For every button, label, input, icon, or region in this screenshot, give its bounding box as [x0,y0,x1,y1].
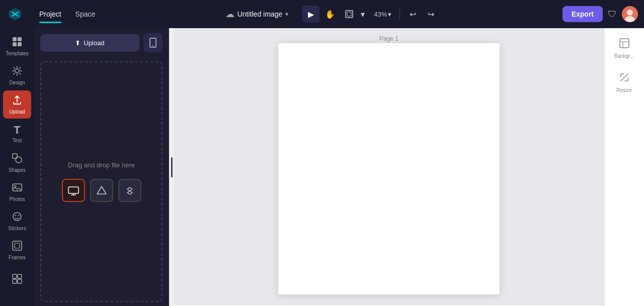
svg-point-15 [15,215,16,216]
mobile-icon-button[interactable] [143,33,163,52]
file-name-area[interactable]: ☁ Untitled image ▾ [225,9,289,20]
svg-point-3 [627,10,633,16]
svg-rect-17 [13,241,22,250]
more-icon [12,273,23,286]
design-label: Design [9,80,25,85]
cloud-icon: ☁ [225,9,234,20]
background-icon [619,38,630,51]
svg-point-9 [15,69,19,73]
shield-icon[interactable]: 🛡 [608,9,617,20]
sidebar-item-text[interactable]: T Text [3,120,31,148]
sidebar-item-shapes[interactable]: Shapes [3,149,31,177]
app-logo[interactable] [6,5,24,23]
export-button[interactable]: Export [562,6,603,22]
toolbar-divider [399,8,400,20]
upload-main-button[interactable]: ⬆ Upload [40,34,139,52]
sidebar-item-upload[interactable]: Upload [3,90,31,119]
zoom-dropdown-icon: ▾ [388,11,391,18]
upload-label: Upload [9,109,25,115]
upload-btn-icon: ⬆ [75,39,80,47]
page-label: Page 1 [379,35,398,42]
design-icon [12,65,23,78]
toolbar-tools: ▶ ✋ ▾ 43% ▾ ↩ ↪ [302,6,439,23]
select-tool-button[interactable]: ▶ [302,6,319,23]
svg-rect-7 [13,42,17,46]
top-nav: Project Space [32,6,102,22]
nav-project[interactable]: Project [32,6,68,22]
topbar-right: Export 🛡 [562,6,638,22]
file-title: Untitled image [237,10,283,18]
frames-icon [12,240,23,253]
svg-rect-22 [18,279,22,283]
frame-tool-button[interactable] [341,6,358,23]
sidebar-item-more[interactable] [3,265,31,293]
main-layout: Templates Design Upload T Text Shapes [0,28,644,306]
svg-point-14 [13,213,21,221]
sidebar-icons: Templates Design Upload T Text Shapes [0,28,34,306]
photos-label: Photos [9,196,25,202]
drop-zone[interactable]: Drag and drop file here [40,61,163,302]
zoom-control[interactable]: 43% ▾ [370,9,395,20]
dropbox-source-button[interactable] [118,179,141,202]
resize-label: Resize [616,87,632,93]
shapes-icon [12,153,23,165]
text-icon: T [14,125,20,136]
shapes-label: Shapes [9,167,26,173]
panel-resize-handle[interactable] [169,28,174,306]
topbar-center: ☁ Untitled image ▾ ▶ ✋ ▾ 43% ▾ ↩ ↪ [106,6,558,23]
sidebar-item-photos[interactable]: Photos [3,178,31,206]
redo-button[interactable]: ↪ [422,6,439,23]
zoom-value: 43% [374,11,387,18]
svg-rect-1 [347,12,351,16]
svg-rect-0 [346,11,353,18]
svg-point-10 [16,157,22,163]
templates-icon [12,36,23,49]
frame-tool-dropdown[interactable]: ▾ [358,6,368,23]
svg-rect-19 [13,274,17,278]
svg-rect-8 [18,42,22,46]
svg-point-13 [14,185,16,187]
svg-point-16 [18,215,19,216]
device-source-button[interactable] [62,179,85,202]
canvas-area: Page 1 Add page ‹ 1/1 › [174,28,604,306]
google-drive-source-button[interactable] [90,179,113,202]
stickers-label: Stickers [8,226,26,231]
svg-rect-5 [13,37,17,41]
right-panel: Backgr... Resize [604,28,644,306]
text-label: Text [13,138,22,143]
sidebar-item-design[interactable]: Design [3,61,31,89]
left-panel: ⬆ Upload Drag and drop file here [34,28,169,306]
undo-redo-group: ↩ ↪ [404,6,439,23]
sidebar-item-templates[interactable]: Templates [3,32,31,60]
upload-icon [12,94,23,107]
canvas-scroll[interactable]: Page 1 [174,28,604,304]
svg-rect-18 [15,243,20,248]
sidebar-item-frames[interactable]: Frames [3,236,31,264]
templates-label: Templates [6,51,29,56]
undo-button[interactable]: ↩ [404,6,421,23]
canvas-page[interactable] [278,43,500,294]
svg-rect-12 [13,184,22,191]
stickers-icon [12,211,23,224]
svg-rect-25 [68,187,78,193]
nav-space[interactable]: Space [68,6,103,22]
resize-icon [619,72,630,85]
panel-header: ⬆ Upload [34,28,169,57]
svg-rect-20 [18,274,22,278]
background-label: Backgr... [614,53,634,59]
svg-rect-34 [620,39,629,48]
svg-point-24 [152,45,153,46]
hand-tool-button[interactable]: ✋ [321,6,339,23]
user-avatar[interactable] [622,6,638,22]
source-icons-group [62,179,141,202]
file-dropdown-icon: ▾ [285,11,288,18]
sidebar-item-stickers[interactable]: Stickers [3,207,31,235]
topbar: Project Space ☁ Untitled image ▾ ▶ ✋ ▾ 4… [0,0,644,28]
drag-drop-text: Drag and drop file here [68,161,135,169]
photos-icon [12,182,23,194]
svg-rect-6 [18,37,22,41]
resize-panel-item[interactable]: Resize [607,66,641,98]
background-panel-item[interactable]: Backgr... [607,32,641,64]
frames-label: Frames [9,255,26,260]
svg-rect-21 [13,279,17,283]
